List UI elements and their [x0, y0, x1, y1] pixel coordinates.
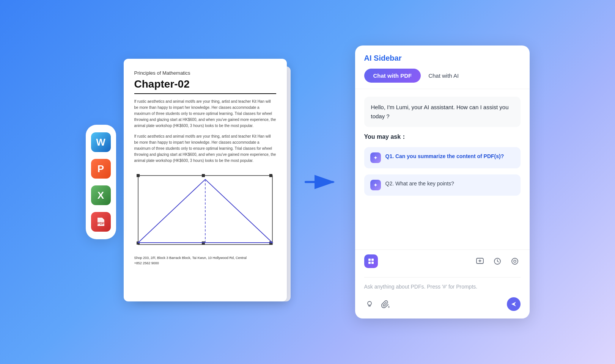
svg-text:PDF: PDF	[98, 221, 105, 225]
toolbar-right	[474, 256, 521, 267]
input-actions-left: +	[364, 299, 391, 309]
svg-rect-14	[368, 262, 371, 264]
svg-rect-13	[371, 259, 374, 261]
question-text-2: Q2. What are the key points?	[385, 180, 454, 188]
app-icon-pdf[interactable]: PDF	[91, 212, 111, 232]
input-actions-row: +	[364, 297, 521, 311]
pdf-title: Chapter-02	[134, 78, 276, 94]
question-icon-2: ✦	[370, 180, 381, 190]
main-container: W P X PDF Principles of Mathematics Chap…	[0, 0, 615, 364]
svg-text:+: +	[388, 305, 390, 308]
question-text-1: Q1. Can you summarize the content of PDF…	[385, 152, 504, 160]
ai-sidebar-body: Hello, I'm Lumi, your AI assistant. How …	[355, 89, 530, 249]
history-icon[interactable]	[492, 256, 503, 267]
add-chat-icon[interactable]	[474, 256, 486, 267]
pdf-text-block-2: If rustic aesthetics and animal motifs a…	[134, 133, 276, 164]
pdf-document-stack: Principles of Mathematics Chapter-02 If …	[124, 59, 287, 305]
question-item-1[interactable]: ✦ Q1. Can you summarize the content of P…	[364, 147, 521, 168]
toolbar-left	[364, 254, 378, 268]
ai-sidebar-input-area: Ask anything about PDFs. Press '#' for P…	[355, 273, 530, 318]
svg-point-22	[368, 301, 371, 305]
attach-icon[interactable]: +	[380, 299, 391, 309]
tab-chat-pdf-button[interactable]: Chat with PDF	[364, 69, 421, 83]
greeting-bubble: Hello, I'm Lumi, your AI assistant. How …	[364, 97, 521, 127]
app-icon-word[interactable]: W	[91, 132, 111, 152]
bulb-icon[interactable]	[364, 299, 375, 309]
svg-point-20	[512, 258, 518, 264]
you-may-ask-label: You may ask：	[364, 133, 521, 141]
send-button[interactable]	[507, 297, 521, 311]
tab-chat-ai-button[interactable]: Chat with AI	[425, 69, 462, 83]
direction-arrow	[304, 171, 338, 193]
app-icon-excel[interactable]: X	[91, 185, 111, 205]
pdf-main-doc: Principles of Mathematics Chapter-02 If …	[124, 59, 287, 301]
settings-icon[interactable]	[509, 256, 521, 267]
pdf-footer: Shop 203, 2/F, Block 3 Barrack Block, Ta…	[134, 256, 276, 266]
ai-sidebar-toolbar	[355, 249, 530, 273]
question-item-2[interactable]: ✦ Q2. What are the key points?	[364, 174, 521, 196]
svg-rect-2	[137, 174, 140, 177]
svg-point-21	[514, 260, 516, 262]
app-icon-ppt[interactable]: P	[91, 159, 111, 179]
question-icon-1: ✦	[370, 152, 381, 163]
arrow-container	[302, 171, 340, 193]
pdf-subtitle: Principles of Mathematics	[134, 70, 276, 76]
pdf-diagram	[134, 168, 276, 252]
svg-rect-15	[371, 262, 374, 264]
pdf-text-block-1: If rustic aesthetics and animal motifs a…	[134, 99, 276, 129]
toolbar-app-button[interactable]	[364, 254, 378, 268]
left-section: W P X PDF Principles of Mathematics Chap…	[86, 59, 287, 305]
ai-sidebar-panel: AI Sidebar Chat with PDF Chat with AI He…	[355, 46, 530, 318]
tab-row: Chat with PDF Chat with AI	[364, 69, 521, 83]
ai-sidebar-title: AI Sidebar	[364, 54, 521, 63]
svg-rect-4	[269, 174, 272, 177]
svg-rect-12	[368, 259, 371, 261]
svg-rect-3	[201, 174, 204, 177]
app-icons-sidebar: W P X PDF	[86, 125, 116, 239]
ai-sidebar-header: AI Sidebar Chat with PDF Chat with AI	[355, 46, 530, 89]
input-placeholder-text[interactable]: Ask anything about PDFs. Press '#' for P…	[364, 277, 521, 293]
